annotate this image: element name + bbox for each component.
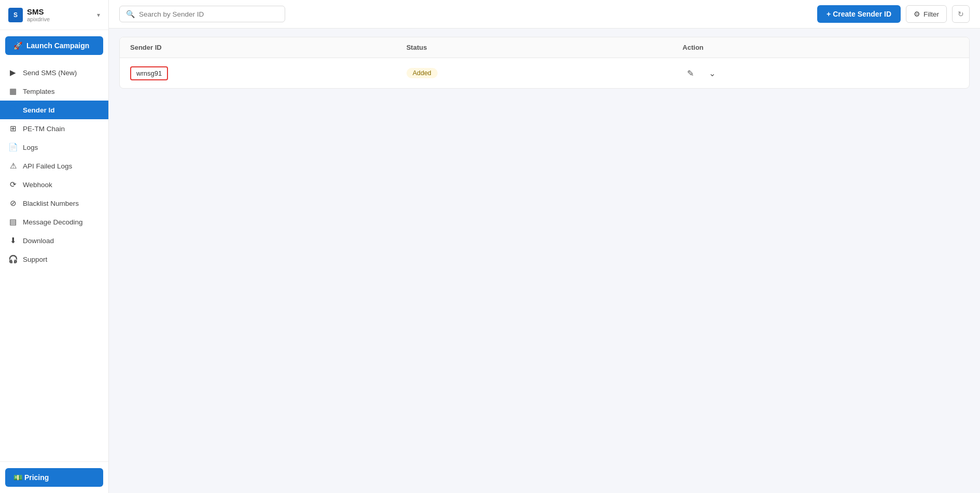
- sidebar-logo: S SMS apixdrive ▾: [0, 0, 108, 30]
- filter-label: Filter: [923, 10, 939, 18]
- pricing-button[interactable]: 💵 Pricing: [5, 468, 103, 487]
- sidebar-item-send-sms[interactable]: ▶ Send SMS (New): [0, 63, 108, 82]
- pricing-label: 💵 Pricing: [13, 473, 49, 482]
- col-header-action: Action: [682, 44, 959, 51]
- api-failed-logs-icon: ⚠: [8, 161, 18, 171]
- col-header-status: Status: [407, 44, 683, 51]
- app-logo-icon: S: [8, 8, 23, 22]
- sidebar-item-templates[interactable]: ▦ Templates: [0, 82, 108, 101]
- sender-id-table: Sender ID Status Action wrnsg91 Added ✎: [119, 37, 970, 89]
- sidebar-item-webhook-label: Webhook: [23, 181, 52, 189]
- table-header: Sender ID Status Action: [120, 37, 969, 58]
- col-header-sender-id: Sender ID: [130, 44, 407, 51]
- expand-button[interactable]: ⌄: [704, 65, 720, 81]
- sidebar-item-webhook[interactable]: ⟳ Webhook: [0, 175, 108, 194]
- webhook-icon: ⟳: [8, 180, 18, 189]
- status-cell: Added: [407, 68, 683, 78]
- sidebar-item-support[interactable]: 🎧 Support: [0, 250, 108, 269]
- search-icon: 🔍: [126, 10, 135, 18]
- sender-id-value: wrnsg91: [130, 66, 168, 80]
- search-box[interactable]: 🔍: [119, 6, 285, 22]
- sidebar-item-message-decoding[interactable]: ▤ Message Decoding: [0, 213, 108, 231]
- launch-campaign-label: Launch Campaign: [26, 41, 89, 50]
- status-badge: Added: [407, 68, 438, 78]
- message-decoding-icon: ▤: [8, 217, 18, 227]
- sidebar-item-download[interactable]: ⬇ Download: [0, 231, 108, 250]
- sidebar-item-templates-label: Templates: [23, 88, 55, 95]
- topbar-right: + Create Sender ID ⚙ Filter ↻: [817, 5, 970, 23]
- sidebar-item-sender-id-label: Sender Id: [23, 106, 55, 114]
- sender-id-cell: wrnsg91: [130, 66, 407, 80]
- sidebar-item-message-decoding-label: Message Decoding: [23, 218, 83, 226]
- main-content: 🔍 + Create Sender ID ⚙ Filter ↻ Sender I…: [109, 0, 980, 493]
- sidebar-footer: 💵 Pricing: [0, 461, 108, 493]
- sidebar-item-sender-id[interactable]: 👤 Sender Id: [0, 101, 108, 119]
- app-chevron-icon[interactable]: ▾: [97, 11, 100, 19]
- search-input[interactable]: [139, 10, 278, 18]
- logs-icon: 📄: [8, 143, 18, 152]
- sender-id-icon: 👤: [8, 105, 18, 115]
- content-area: Sender ID Status Action wrnsg91 Added ✎: [109, 29, 980, 493]
- create-sender-id-button[interactable]: + Create Sender ID: [817, 5, 901, 23]
- sidebar-item-blacklist-numbers-label: Blacklist Numbers: [23, 200, 79, 207]
- expand-icon: ⌄: [709, 68, 716, 78]
- sidebar: S SMS apixdrive ▾ 🚀 Launch Campaign ▶ Se…: [0, 0, 109, 493]
- templates-icon: ▦: [8, 87, 18, 96]
- download-icon: ⬇: [8, 236, 18, 245]
- filter-button[interactable]: ⚙ Filter: [906, 5, 947, 23]
- pe-tm-chain-icon: ⊞: [8, 124, 18, 133]
- sidebar-item-logs[interactable]: 📄 Logs: [0, 138, 108, 157]
- filter-icon: ⚙: [914, 10, 920, 18]
- action-cell: ✎ ⌄: [682, 65, 959, 81]
- sidebar-item-api-failed-logs[interactable]: ⚠ API Failed Logs: [0, 157, 108, 175]
- create-sender-id-label: + Create Sender ID: [827, 10, 891, 18]
- edit-icon: ✎: [687, 68, 694, 78]
- app-subtitle: apixdrive: [27, 16, 50, 22]
- app-logo-text-group: SMS apixdrive: [27, 7, 50, 22]
- sidebar-item-api-failed-logs-label: API Failed Logs: [23, 162, 72, 170]
- app-name: SMS: [27, 7, 50, 16]
- blacklist-numbers-icon: ⊘: [8, 199, 18, 208]
- sidebar-item-download-label: Download: [23, 237, 54, 245]
- sidebar-item-pe-tm-chain[interactable]: ⊞ PE-TM Chain: [0, 119, 108, 138]
- refresh-icon: ↻: [958, 10, 964, 18]
- sidebar-item-support-label: Support: [23, 256, 47, 263]
- sidebar-item-send-sms-label: Send SMS (New): [23, 69, 77, 77]
- sidebar-item-blacklist-numbers[interactable]: ⊘ Blacklist Numbers: [0, 194, 108, 213]
- launch-icon: 🚀: [13, 41, 22, 50]
- topbar: 🔍 + Create Sender ID ⚙ Filter ↻: [109, 0, 980, 29]
- table-row: wrnsg91 Added ✎ ⌄: [120, 58, 969, 88]
- launch-campaign-button[interactable]: 🚀 Launch Campaign: [5, 36, 103, 55]
- sidebar-item-pe-tm-chain-label: PE-TM Chain: [23, 125, 65, 133]
- edit-button[interactable]: ✎: [682, 65, 698, 81]
- sidebar-item-logs-label: Logs: [23, 144, 38, 151]
- send-sms-icon: ▶: [8, 68, 18, 77]
- sidebar-nav: ▶ Send SMS (New) ▦ Templates 👤 Sender Id…: [0, 61, 108, 461]
- support-icon: 🎧: [8, 255, 18, 264]
- refresh-button[interactable]: ↻: [952, 5, 970, 23]
